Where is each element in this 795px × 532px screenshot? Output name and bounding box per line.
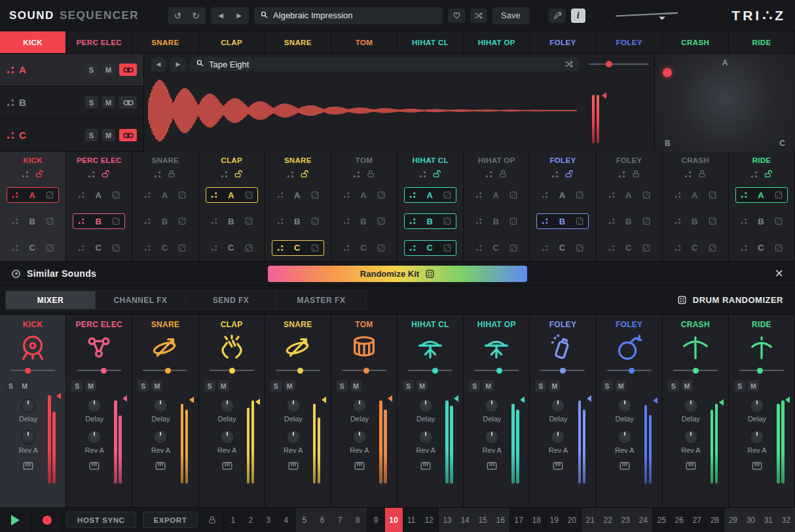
sound-cell-3-clap-b[interactable]: B	[206, 213, 258, 229]
step-26[interactable]: 26	[671, 508, 688, 532]
layer-row-a[interactable]: ASM	[0, 54, 143, 86]
layer-row-b[interactable]: BSM	[0, 86, 143, 119]
sound-dots-icon[interactable]	[154, 171, 161, 178]
meter-marker[interactable]	[122, 395, 127, 402]
solo-button[interactable]: S	[71, 380, 83, 391]
delay-knob[interactable]: Delay	[748, 399, 766, 423]
slider-handle[interactable]	[757, 368, 763, 374]
knob-dial[interactable]	[352, 399, 367, 413]
layer-solo-button[interactable]: S	[85, 129, 98, 141]
knob-dial[interactable]	[750, 430, 764, 444]
sound-cell-7-hihat-op-a[interactable]: A	[470, 187, 523, 203]
reverb-knob[interactable]: Rev A	[615, 430, 634, 454]
step-2[interactable]: 2	[242, 508, 259, 532]
fx-tab-0-mixer[interactable]: MIXER	[5, 291, 96, 310]
sound-dots-icon[interactable]	[22, 171, 29, 178]
step-32[interactable]: 32	[777, 508, 795, 532]
channel-volume-slider[interactable]	[474, 366, 519, 374]
meter-marker[interactable]	[520, 397, 525, 403]
layer-mute-button[interactable]: M	[102, 63, 115, 76]
step-3[interactable]: 3	[259, 508, 277, 532]
sound-cell-7-hihat-op-c[interactable]: C	[470, 240, 523, 256]
output-icon[interactable]	[752, 461, 762, 470]
step-10[interactable]: 10	[385, 508, 403, 532]
sound-cell-1-perc-elec-a[interactable]: A	[73, 187, 125, 203]
sample-next-button[interactable]: ▶	[170, 58, 186, 71]
track-tab-1-perc-elec[interactable]: PERC ELEC	[66, 31, 132, 53]
knob-dial[interactable]	[684, 430, 698, 444]
mute-button[interactable]: M	[350, 380, 361, 391]
reverb-knob[interactable]: Rev A	[483, 430, 502, 454]
sound-cell-11-ride-c[interactable]: C	[735, 240, 788, 256]
sound-dots-icon[interactable]	[684, 171, 692, 178]
close-icon[interactable]: ×	[775, 266, 783, 281]
unlock-icon[interactable]	[35, 169, 44, 179]
sound-cell-5-tom-c[interactable]: C	[338, 240, 390, 256]
channel-volume-slider[interactable]	[607, 366, 652, 374]
track-tab-0-kick[interactable]: KICK	[0, 31, 66, 53]
step-18[interactable]: 18	[528, 508, 545, 532]
step-21[interactable]: 21	[581, 508, 599, 532]
step-29[interactable]: 29	[724, 508, 742, 532]
unlock-icon[interactable]	[764, 169, 773, 179]
sound-cell-11-ride-b[interactable]: B	[735, 213, 788, 229]
similar-sounds-radio[interactable]	[12, 270, 20, 278]
step-5[interactable]: 5	[295, 508, 313, 532]
step-4[interactable]: 4	[277, 508, 295, 532]
channel-volume-slider[interactable]	[739, 366, 784, 374]
channel-volume-slider[interactable]	[540, 366, 585, 374]
sound-cell-2-snare-c[interactable]: C	[139, 240, 191, 256]
sound-dots-icon[interactable]	[485, 171, 492, 178]
channel-volume-slider[interactable]	[143, 366, 187, 374]
mute-button[interactable]: M	[19, 380, 30, 391]
sound-dots-icon[interactable]	[750, 171, 758, 178]
sound-dots-icon[interactable]	[88, 171, 95, 178]
meter-marker[interactable]	[653, 397, 657, 404]
sound-dots-icon[interactable]	[551, 171, 559, 178]
step-12[interactable]: 12	[420, 508, 438, 532]
channel-volume-slider[interactable]	[342, 366, 386, 374]
slider-handle[interactable]	[229, 368, 235, 374]
sound-cell-4-snare-c[interactable]: C	[272, 240, 324, 256]
channel-volume-slider[interactable]	[408, 366, 453, 374]
meter-marker[interactable]	[322, 397, 326, 403]
track-tab-10-crash[interactable]: CRASH	[663, 31, 729, 53]
track-tab-8-foley[interactable]: FOLEY	[530, 31, 596, 53]
output-icon[interactable]	[155, 461, 166, 470]
channel-volume-slider[interactable]	[210, 366, 254, 374]
shuffle-icon[interactable]	[564, 60, 574, 69]
delay-knob[interactable]: Delay	[483, 399, 501, 423]
knob-dial[interactable]	[551, 399, 565, 413]
host-sync-button[interactable]: HOST SYNC	[66, 512, 136, 528]
sound-cell-6-hihat-cl-b[interactable]: B	[404, 213, 456, 229]
reverb-knob[interactable]: Rev A	[284, 430, 303, 454]
knob-dial[interactable]	[352, 430, 367, 444]
lock-icon[interactable]	[631, 169, 640, 179]
step-11[interactable]: 11	[403, 508, 420, 532]
unlock-icon[interactable]	[432, 169, 441, 179]
step-17[interactable]: 17	[509, 508, 528, 532]
unlock-icon[interactable]	[300, 169, 309, 179]
unlock-icon[interactable]	[234, 169, 243, 179]
slider-handle[interactable]	[101, 368, 107, 374]
sound-cell-1-perc-elec-c[interactable]: C	[73, 240, 125, 256]
channel-volume-slider[interactable]	[673, 366, 718, 374]
track-tab-11-ride[interactable]: RIDE	[729, 31, 795, 53]
mute-button[interactable]: M	[284, 380, 295, 391]
solo-button[interactable]: S	[602, 380, 613, 391]
step-15[interactable]: 15	[474, 508, 492, 532]
export-button[interactable]: EXPORT	[143, 512, 198, 528]
step-25[interactable]: 25	[652, 508, 671, 532]
delay-knob[interactable]: Delay	[616, 399, 634, 423]
sound-cell-9-foley-a[interactable]: A	[603, 187, 656, 203]
reverb-knob[interactable]: Rev A	[350, 430, 369, 454]
reverb-knob[interactable]: Rev A	[217, 430, 236, 454]
sound-cell-6-hihat-cl-c[interactable]: C	[404, 240, 456, 256]
step-22[interactable]: 22	[599, 508, 617, 532]
slider-handle[interactable]	[165, 368, 171, 374]
solo-button[interactable]: S	[270, 380, 282, 391]
output-icon[interactable]	[23, 461, 33, 470]
sample-search[interactable]	[190, 57, 580, 71]
sound-cell-8-foley-c[interactable]: C	[536, 240, 589, 256]
layer-mute-button[interactable]: M	[102, 96, 115, 109]
